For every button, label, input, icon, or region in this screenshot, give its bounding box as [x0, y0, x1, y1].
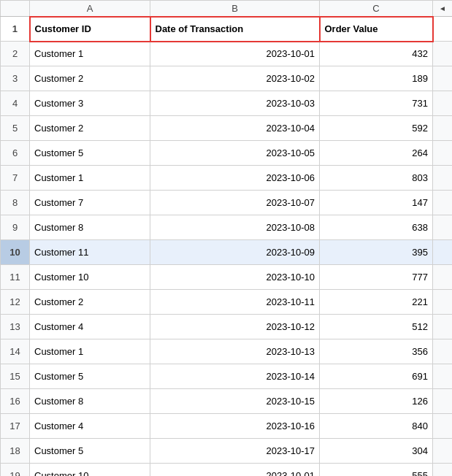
cell-value[interactable]: 555 [320, 464, 433, 477]
table-row[interactable]: 7Customer 12023-10-06803 [1, 166, 453, 191]
table-row[interactable]: 5Customer 22023-10-04592 [1, 116, 453, 141]
table-body: 1 Customer ID Date of Transaction Order … [1, 17, 453, 477]
cell-value[interactable]: 264 [320, 141, 433, 166]
header-order-value[interactable]: Order Value [320, 17, 433, 42]
row-num-1: 1 [1, 17, 30, 42]
cell-value[interactable]: 126 [320, 389, 433, 414]
table-row[interactable]: 8Customer 72023-10-07147 [1, 191, 453, 215]
cell-date[interactable]: 2023-10-17 [150, 439, 320, 464]
cell-value[interactable]: 432 [320, 42, 433, 66]
cell-value[interactable]: 691 [320, 364, 433, 389]
row-arrow [433, 389, 453, 414]
cell-value[interactable]: 147 [320, 191, 433, 215]
row-arrow [433, 339, 453, 364]
cell-value[interactable]: 840 [320, 414, 433, 439]
cell-customer[interactable]: Customer 7 [30, 191, 150, 215]
row-arrow [433, 141, 453, 166]
row-arrow [433, 91, 453, 116]
cell-date[interactable]: 2023-10-12 [150, 315, 320, 339]
table-row[interactable]: 12Customer 22023-10-11221 [1, 290, 453, 315]
table-row[interactable]: 2Customer 12023-10-01432 [1, 42, 453, 66]
cell-customer[interactable]: Customer 11 [30, 240, 150, 265]
cell-date[interactable]: 2023-10-07 [150, 191, 320, 215]
cell-value[interactable]: 304 [320, 439, 433, 464]
cell-value[interactable]: 592 [320, 116, 433, 141]
cell-customer[interactable]: Customer 5 [30, 141, 150, 166]
row-num-6: 6 [1, 141, 30, 166]
cell-date[interactable]: 2023-10-16 [150, 414, 320, 439]
cell-date[interactable]: 2023-10-08 [150, 215, 320, 240]
table-row[interactable]: 16Customer 82023-10-15126 [1, 389, 453, 414]
cell-date[interactable]: 2023-10-01 [150, 464, 320, 477]
cell-date[interactable]: 2023-10-01 [150, 42, 320, 66]
table-row[interactable]: 9Customer 82023-10-08638 [1, 215, 453, 240]
row-num-8: 8 [1, 191, 30, 215]
column-header-row: A B C ◄ [1, 1, 453, 17]
cell-customer[interactable]: Customer 1 [30, 339, 150, 364]
cell-customer[interactable]: Customer 5 [30, 364, 150, 389]
header-arrow [433, 17, 453, 42]
cell-customer[interactable]: Customer 5 [30, 439, 150, 464]
table-row[interactable]: 14Customer 12023-10-13356 [1, 339, 453, 364]
cell-date[interactable]: 2023-10-13 [150, 339, 320, 364]
cell-customer[interactable]: Customer 8 [30, 389, 150, 414]
cell-value[interactable]: 803 [320, 166, 433, 191]
cell-customer[interactable]: Customer 1 [30, 166, 150, 191]
row-arrow [433, 116, 453, 141]
table-row[interactable]: 15Customer 52023-10-14691 [1, 364, 453, 389]
row-num-2: 2 [1, 42, 30, 66]
table-row[interactable]: 18Customer 52023-10-17304 [1, 439, 453, 464]
cell-value[interactable]: 395 [320, 240, 433, 265]
cell-date[interactable]: 2023-10-11 [150, 290, 320, 315]
cell-value[interactable]: 731 [320, 91, 433, 116]
row-arrow [433, 166, 453, 191]
cell-date[interactable]: 2023-10-04 [150, 116, 320, 141]
cell-customer[interactable]: Customer 8 [30, 215, 150, 240]
row-arrow [433, 265, 453, 290]
cell-customer[interactable]: Customer 2 [30, 290, 150, 315]
cell-date[interactable]: 2023-10-09 [150, 240, 320, 265]
row-num-3: 3 [1, 66, 30, 91]
cell-value[interactable]: 638 [320, 215, 433, 240]
cell-date[interactable]: 2023-10-05 [150, 141, 320, 166]
cell-customer[interactable]: Customer 3 [30, 91, 150, 116]
cell-date[interactable]: 2023-10-15 [150, 389, 320, 414]
row-arrow [433, 240, 453, 265]
cell-value[interactable]: 512 [320, 315, 433, 339]
cell-date[interactable]: 2023-10-03 [150, 91, 320, 116]
column-b-header[interactable]: B [150, 1, 320, 17]
row-arrow [433, 315, 453, 339]
cell-customer[interactable]: Customer 2 [30, 116, 150, 141]
cell-customer[interactable]: Customer 10 [30, 464, 150, 477]
cell-value[interactable]: 777 [320, 265, 433, 290]
cell-value[interactable]: 356 [320, 339, 433, 364]
column-c-header[interactable]: C [320, 1, 433, 17]
cell-customer[interactable]: Customer 2 [30, 66, 150, 91]
row-num-13: 13 [1, 315, 30, 339]
row-arrow [433, 66, 453, 91]
column-a-header[interactable]: A [30, 1, 150, 17]
table-row[interactable]: 10Customer 112023-10-09395 [1, 240, 453, 265]
row-arrow [433, 464, 453, 477]
cell-date[interactable]: 2023-10-14 [150, 364, 320, 389]
header-date-of-transaction[interactable]: Date of Transaction [150, 17, 320, 42]
data-header-row: 1 Customer ID Date of Transaction Order … [1, 17, 453, 42]
cell-value[interactable]: 221 [320, 290, 433, 315]
cell-customer[interactable]: Customer 1 [30, 42, 150, 66]
table-row[interactable]: 4Customer 32023-10-03731 [1, 91, 453, 116]
cell-customer[interactable]: Customer 4 [30, 315, 150, 339]
table-row[interactable]: 6Customer 52023-10-05264 [1, 141, 453, 166]
table-row[interactable]: 19Customer 102023-10-01555 [1, 464, 453, 477]
cell-date[interactable]: 2023-10-06 [150, 166, 320, 191]
header-customer-id[interactable]: Customer ID [30, 17, 150, 42]
cell-customer[interactable]: Customer 10 [30, 265, 150, 290]
cell-value[interactable]: 189 [320, 66, 433, 91]
cell-customer[interactable]: Customer 4 [30, 414, 150, 439]
table-row[interactable]: 13Customer 42023-10-12512 [1, 315, 453, 339]
table-row[interactable]: 11Customer 102023-10-10777 [1, 265, 453, 290]
cell-date[interactable]: 2023-10-10 [150, 265, 320, 290]
row-num-12: 12 [1, 290, 30, 315]
table-row[interactable]: 17Customer 42023-10-16840 [1, 414, 453, 439]
cell-date[interactable]: 2023-10-02 [150, 66, 320, 91]
table-row[interactable]: 3Customer 22023-10-02189 [1, 66, 453, 91]
